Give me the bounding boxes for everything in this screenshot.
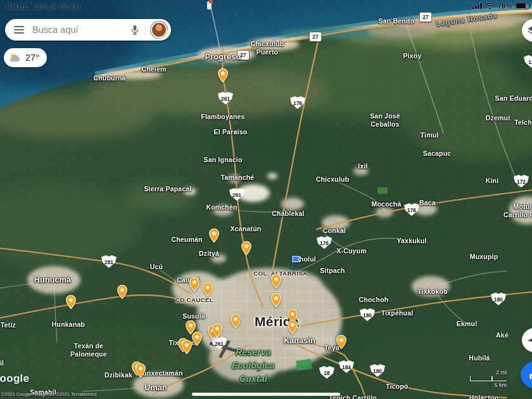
- map-label-chochoh[interactable]: Chochoh: [359, 296, 389, 304]
- map-label-ekmul[interactable]: Ekmul: [457, 320, 478, 328]
- saved-place-star-pin[interactable]: [182, 339, 192, 357]
- google-logo: Google: [0, 372, 29, 385]
- map-label-tixkokob[interactable]: Tixkokob: [417, 288, 448, 296]
- map-label-komchén[interactable]: Komchén: [206, 203, 237, 212]
- map-label-sitpach[interactable]: Sitpach: [320, 267, 345, 275]
- route-shield-261: 261: [218, 92, 233, 104]
- layers-icon: [526, 25, 532, 36]
- map-label-tetiz[interactable]: Tetiz: [1, 321, 16, 329]
- directions-icon: [526, 368, 532, 382]
- map-label-kanasín[interactable]: Kanasín: [284, 336, 315, 345]
- map-label-chicxulub[interactable]: Chicxulub: [316, 175, 350, 184]
- map-label-reserva-ecológica-cuxtal[interactable]: Reserva Ecológica Cuxtal: [232, 346, 275, 386]
- saved-place-star-pin[interactable]: [231, 314, 241, 331]
- route-shield-12: 12: [524, 55, 532, 68]
- route-shield-281: 281: [101, 255, 117, 268]
- saved-place-star-pin[interactable]: [336, 334, 346, 352]
- saved-place-star-pin[interactable]: [117, 284, 127, 302]
- map-label-hunucmá[interactable]: Hunucmá: [34, 276, 71, 284]
- map-label-chablekal[interactable]: Chablekal: [272, 210, 304, 218]
- microphone-icon[interactable]: [128, 24, 142, 35]
- home-indicator[interactable]: [192, 393, 340, 396]
- map-label-sierra-papacal[interactable]: Sierra Papacal: [144, 185, 191, 193]
- route-shield-184: 184: [339, 360, 354, 373]
- map-label-baca[interactable]: Baca: [419, 199, 436, 207]
- map-label-muxupip[interactable]: Muxupip: [470, 253, 498, 261]
- want-to-go-flag-pin[interactable]: [290, 255, 302, 272]
- search-bar[interactable]: [5, 19, 171, 41]
- map-label-san-josé-ceballos[interactable]: San José Ceballos: [370, 112, 400, 128]
- search-input[interactable]: [31, 24, 128, 35]
- map-label-telchac[interactable]: Telchac: [514, 118, 532, 127]
- map-label-san-benito[interactable]: San Benito: [379, 17, 415, 25]
- map-label-aké[interactable]: Aké: [496, 331, 509, 339]
- saved-place-star-pin[interactable]: [209, 228, 219, 246]
- map-label-flamboyanes[interactable]: Flamboyanes: [201, 113, 244, 121]
- saved-place-star-pin[interactable]: [271, 274, 281, 291]
- menu-icon[interactable]: [14, 26, 24, 34]
- route-shield-27: 27: [419, 12, 432, 22]
- saved-place-star-pin[interactable]: [212, 323, 222, 341]
- map-canvas[interactable]: San BenitoLaguna RosadaPixoyChicxulub Pu…: [0, 0, 532, 399]
- saved-place-star-pin[interactable]: [189, 277, 200, 294]
- map-label-ixil[interactable]: Ixil: [358, 162, 367, 170]
- search-divider: [145, 23, 146, 36]
- saved-place-star-pin[interactable]: [192, 331, 202, 349]
- scale-kilometers: 5 km: [470, 382, 507, 388]
- map-label-conkal[interactable]: Conkal: [323, 227, 346, 235]
- saved-place-star-pin[interactable]: [203, 282, 213, 300]
- map-label-dzityá[interactable]: Dzityá: [199, 250, 219, 258]
- route-shield-176: 176: [404, 203, 419, 216]
- map-label-pixoy[interactable]: Pixoy: [403, 52, 421, 60]
- route-shield-27: 27: [309, 32, 322, 42]
- map-attribution: ©2021 Google: Imágenes ©2021 TerraMetric…: [1, 392, 97, 396]
- google-maps-app: 9 a.m.Lun 14 de jun 78%: [0, 0, 532, 399]
- map-label-motul-de-carrillo-puerto[interactable]: Motul de Carrillo Puerto: [504, 203, 532, 218]
- route-shield-180: 180: [360, 308, 375, 321]
- saved-place-star-pin[interactable]: [271, 293, 281, 310]
- account-avatar[interactable]: [150, 21, 168, 39]
- map-label-el-paraíso[interactable]: El Paraíso: [214, 128, 248, 136]
- map-label-timul[interactable]: Timul: [421, 131, 439, 139]
- map-label-holactún[interactable]: Holactún: [469, 394, 499, 399]
- map-label-hubilá[interactable]: Hubilá: [469, 354, 490, 362]
- route-shield-176: 176: [317, 236, 332, 249]
- map-label-umán[interactable]: Umán: [144, 383, 167, 392]
- map-label-kiní[interactable]: Kiní: [486, 177, 499, 185]
- saved-place-star-pin[interactable]: [218, 68, 228, 86]
- saved-place-star-pin[interactable]: [241, 241, 251, 258]
- map-label-texán-de-palomeque[interactable]: Texán de Palomeque: [70, 342, 107, 358]
- map-label-hunkanab[interactable]: Hunkanab: [52, 320, 85, 329]
- map-label-kinchil[interactable]: Kinchil: [0, 359, 4, 367]
- map-label-x-cuyum[interactable]: X-Cuyum: [336, 247, 367, 255]
- saved-place-star-pin[interactable]: [136, 363, 146, 381]
- saved-place-star-pin[interactable]: [66, 294, 76, 312]
- route-shield-172: 172: [514, 175, 529, 187]
- route-shield-176: 176: [290, 96, 305, 109]
- map-label-mocochá[interactable]: Mocochá: [372, 200, 402, 208]
- map-label-yaxkukul[interactable]: Yaxkukul: [396, 237, 426, 245]
- map-label-tamanché[interactable]: Tamanché: [221, 174, 255, 182]
- map-label-ucú[interactable]: Ucú: [150, 263, 163, 271]
- map-label-tixpéhual[interactable]: Tixpéhual: [381, 309, 414, 317]
- weather-chip[interactable]: 27°: [4, 48, 47, 67]
- map-label-chelem[interactable]: Chelem: [141, 65, 166, 73]
- map-label-san-ignacio[interactable]: San Ignacio: [203, 156, 242, 164]
- map-label-san-eduardo[interactable]: San Eduardo: [495, 94, 532, 103]
- map-label-ticopó[interactable]: Ticopó: [386, 383, 408, 391]
- saved-place-star-pin[interactable]: [288, 319, 298, 337]
- map-label-chicxulub-puerto[interactable]: Chicxulub Puerto: [251, 40, 284, 56]
- map-label-dzemul[interactable]: Dzemul: [486, 114, 510, 122]
- map-label-progreso[interactable]: Progreso: [205, 53, 241, 61]
- map-label-xcanatún[interactable]: Xcanatún: [231, 225, 262, 233]
- temperature-value: 27°: [25, 53, 39, 63]
- partly-cloudy-icon: [9, 53, 22, 63]
- scale-miles: 2 mi: [470, 369, 507, 376]
- map-label-susulá[interactable]: Susulá: [182, 312, 205, 320]
- map-label-sacapuc[interactable]: Sacapuc: [423, 149, 452, 158]
- map-label-dzibikak[interactable]: Dzibikak: [104, 371, 132, 379]
- map-label-chuburná[interactable]: Chuburná: [93, 74, 125, 82]
- map-label-laguna-rosada[interactable]: Laguna Rosada: [436, 11, 498, 28]
- route-shield-180: 180: [491, 293, 506, 305]
- map-label-cheumán[interactable]: Cheumán: [171, 236, 202, 244]
